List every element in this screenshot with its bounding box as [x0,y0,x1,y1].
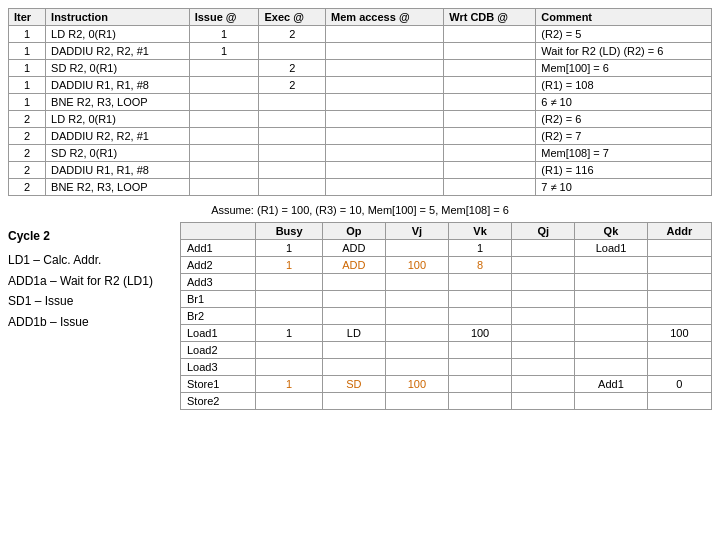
table-cell: 2 [9,162,46,179]
column-header: Exec @ [259,9,326,26]
rs-cell [647,308,711,325]
table-cell [326,162,444,179]
rs-cell [385,291,448,308]
table-cell [444,77,536,94]
table-cell [326,179,444,196]
table-cell [444,128,536,145]
table-cell [259,162,326,179]
table-cell [259,179,326,196]
table-cell [444,26,536,43]
rs-cell [256,359,322,376]
rs-cell [647,240,711,257]
table-cell: Mem[108] = 7 [536,145,712,162]
table-cell: 6 ≠ 10 [536,94,712,111]
rs-cell: Add1 [575,376,647,393]
table-cell: (R2) = 6 [536,111,712,128]
table-cell: 2 [259,60,326,77]
table-cell: 2 [259,26,326,43]
table-row: 1DADDIU R1, R1, #82(R1) = 108 [9,77,712,94]
rs-cell [322,342,385,359]
rs-table-row: Br2 [181,308,712,325]
rs-cell [575,359,647,376]
rs-cell [512,291,575,308]
rs-cell [512,393,575,410]
table-cell [189,111,259,128]
table-cell: (R1) = 108 [536,77,712,94]
column-header: Mem access @ [326,9,444,26]
table-cell: DADDIU R2, R2, #1 [46,43,190,60]
table-cell [259,94,326,111]
table-cell: 1 [9,77,46,94]
rs-cell [385,393,448,410]
rs-cell: ADD [322,257,385,274]
rs-cell [512,274,575,291]
table-cell: 2 [9,128,46,145]
bottom-section: Cycle 2 LD1 – Calc. Addr.ADD1a – Wait fo… [8,222,712,410]
column-header: Issue @ [189,9,259,26]
rs-table-row: Add21ADD1008 [181,257,712,274]
rs-cell: 1 [256,376,322,393]
table-cell: 7 ≠ 10 [536,179,712,196]
table-cell: SD R2, 0(R1) [46,60,190,77]
table-row: 2DADDIU R1, R1, #8(R1) = 116 [9,162,712,179]
table-cell: 1 [9,60,46,77]
table-cell: LD R2, 0(R1) [46,111,190,128]
table-cell [259,145,326,162]
table-cell [444,162,536,179]
table-cell [326,128,444,145]
cycle-line: LD1 – Calc. Addr. [8,250,168,270]
rs-cell [256,342,322,359]
table-cell: 2 [259,77,326,94]
cycle-line: ADD1a – Wait for R2 (LD1) [8,271,168,291]
rs-cell: LD [322,325,385,342]
table-cell [444,94,536,111]
reservation-station-table: BusyOpVjVkQjQkAddr Add11ADD1Load1Add21AD… [180,222,712,410]
rs-cell [256,291,322,308]
table-cell [444,145,536,162]
rs-cell [647,359,711,376]
table-cell: 2 [9,111,46,128]
table-cell: (R2) = 7 [536,128,712,145]
rs-cell: Br2 [181,308,256,325]
rs-column-header: Busy [256,223,322,240]
rs-cell [512,240,575,257]
table-row: 2DADDIU R2, R2, #1(R2) = 7 [9,128,712,145]
rs-cell [647,393,711,410]
rs-cell: Add2 [181,257,256,274]
table-cell: (R1) = 116 [536,162,712,179]
rs-cell [322,291,385,308]
rs-cell [385,308,448,325]
cycle-label: Cycle 2 [8,226,168,246]
rs-column-header: Op [322,223,385,240]
rs-table-row: Load3 [181,359,712,376]
rs-cell [385,359,448,376]
rs-cell: Load1 [181,325,256,342]
rs-cell [385,274,448,291]
table-cell: 1 [9,26,46,43]
rs-cell: 100 [647,325,711,342]
table-cell: DADDIU R1, R1, #8 [46,162,190,179]
rs-cell [575,308,647,325]
table-cell: 1 [9,94,46,111]
rs-cell [322,393,385,410]
rs-table-row: Add11ADD1Load1 [181,240,712,257]
rs-cell: Store1 [181,376,256,393]
table-cell: Mem[100] = 6 [536,60,712,77]
rs-table-row: Store11SD100Add10 [181,376,712,393]
rs-cell: Store2 [181,393,256,410]
cycle-line: ADD1b – Issue [8,312,168,332]
table-cell [444,179,536,196]
table-cell: LD R2, 0(R1) [46,26,190,43]
rs-cell [322,359,385,376]
rs-cell [449,393,512,410]
column-header: Iter [9,9,46,26]
rs-table-row: Add3 [181,274,712,291]
rs-cell [512,359,575,376]
rs-cell: Load2 [181,342,256,359]
rs-cell [449,274,512,291]
rs-cell [256,393,322,410]
rs-cell [322,308,385,325]
rs-cell [385,325,448,342]
rs-cell: Add3 [181,274,256,291]
cycle-info: Cycle 2 LD1 – Calc. Addr.ADD1a – Wait fo… [8,222,168,332]
